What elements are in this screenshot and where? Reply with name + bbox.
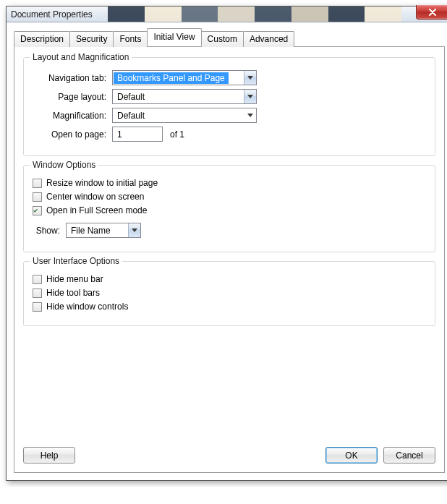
hide-tool-checkbox[interactable] — [33, 289, 42, 298]
dropdown-arrow-icon — [244, 71, 256, 85]
magnification-value: Default — [113, 111, 149, 121]
group-ui-options: User Interface Options Hide menu bar Hid… — [23, 261, 435, 326]
group-layout-magnification: Layout and Magnification Navigation tab:… — [23, 57, 435, 156]
tab-panel-initial-view: Layout and Magnification Navigation tab:… — [14, 46, 445, 473]
hide-tool-label: Hide tool bars — [46, 288, 100, 298]
center-window-label: Center window on screen — [46, 192, 144, 202]
show-value: File Name — [67, 226, 115, 236]
tab-fonts[interactable]: Fonts — [113, 31, 148, 47]
group-legend: User Interface Options — [30, 256, 122, 266]
resize-window-checkbox[interactable] — [33, 179, 42, 188]
tab-initial-view[interactable]: Initial View — [147, 28, 201, 46]
magnification-label: Magnification: — [33, 111, 112, 121]
group-legend: Layout and Magnification — [30, 52, 132, 62]
tab-advanced[interactable]: Advanced — [243, 31, 294, 47]
tab-description[interactable]: Description — [14, 31, 70, 47]
group-window-options: Window Options Resize window to initial … — [23, 165, 435, 252]
magnification-combo[interactable]: Default — [112, 108, 257, 123]
hide-menu-label: Hide menu bar — [46, 274, 103, 284]
document-properties-dialog: Document Properties Description Security… — [6, 6, 447, 481]
hide-menu-checkbox[interactable] — [33, 275, 42, 284]
open-to-page-input[interactable]: 1 — [112, 127, 163, 142]
show-label: Show: — [33, 226, 66, 236]
window-title: Document Properties — [11, 9, 93, 20]
center-window-checkbox[interactable] — [33, 192, 42, 202]
nav-tab-label: Navigation tab: — [33, 73, 112, 83]
tab-custom[interactable]: Custom — [201, 31, 244, 47]
open-to-page-value: 1 — [117, 129, 122, 140]
open-to-page-suffix: of 1 — [163, 129, 184, 140]
fullscreen-checkbox[interactable] — [33, 206, 42, 215]
nav-tab-value: Bookmarks Panel and Page — [114, 72, 229, 84]
nav-tab-combo[interactable]: Bookmarks Panel and Page — [112, 70, 257, 85]
fullscreen-label: Open in Full Screen mode — [46, 205, 147, 215]
hide-window-controls-label: Hide window controls — [46, 302, 128, 312]
open-to-page-label: Open to page: — [33, 129, 112, 140]
close-icon — [428, 9, 437, 16]
help-button[interactable]: Help — [23, 447, 75, 464]
page-layout-label: Page layout: — [33, 92, 112, 102]
resize-window-label: Resize window to initial page — [46, 178, 158, 188]
tab-bar: Description Security Fonts Initial View … — [14, 28, 445, 46]
page-layout-combo[interactable]: Default — [112, 89, 257, 104]
cancel-button[interactable]: Cancel — [383, 447, 435, 464]
close-button[interactable] — [416, 5, 447, 20]
dialog-footer: Help OK Cancel — [23, 447, 435, 464]
dropdown-arrow-icon — [244, 90, 256, 103]
dropdown-arrow-icon — [128, 223, 140, 237]
show-combo[interactable]: File Name — [66, 223, 141, 238]
ok-button[interactable]: OK — [325, 447, 378, 464]
titlebar-decoration — [108, 7, 401, 22]
titlebar: Document Properties — [7, 7, 447, 22]
hide-window-controls-checkbox[interactable] — [33, 302, 42, 312]
group-legend: Window Options — [30, 160, 98, 170]
page-layout-value: Default — [113, 92, 149, 102]
tab-security[interactable]: Security — [69, 31, 114, 47]
dropdown-arrow-icon — [244, 108, 256, 122]
